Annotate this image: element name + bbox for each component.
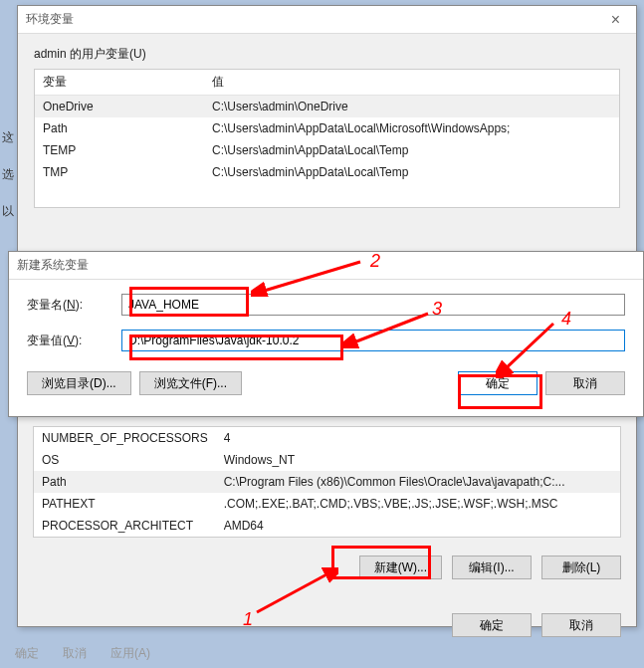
user-vars-label: admin 的用户变量(U) [34, 46, 620, 63]
new-sysvar-button[interactable]: 新建(W)... [359, 556, 442, 579]
bg-cancel-button[interactable]: 取消 [63, 645, 87, 665]
table-row[interactable]: PathC:\Users\admin\AppData\Local\Microso… [35, 117, 619, 139]
edit-sysvar-button[interactable]: 编辑(I)... [452, 556, 532, 579]
table-row[interactable]: TEMPC:\Users\admin\AppData\Local\Temp [35, 139, 619, 161]
env-dialog-titlebar: 环境变量 × [18, 6, 636, 34]
env-ok-button[interactable]: 确定 [452, 613, 532, 637]
table-row[interactable]: PROCESSOR_ARCHITECTAMD64 [34, 515, 620, 537]
table-row[interactable]: PATHEXT.COM;.EXE;.BAT;.CMD;.VBS;.VBE;.JS… [34, 493, 620, 515]
col-header-var[interactable]: 变量 [35, 70, 204, 96]
user-vars-table-wrap: 变量 值 OneDriveC:\Users\admin\OneDrive Pat… [34, 69, 620, 208]
var-name-input[interactable] [121, 294, 625, 316]
user-vars-group: admin 的用户变量(U) 变量 值 OneDriveC:\Users\adm… [34, 46, 620, 208]
var-name-row: 变量名(N): [27, 294, 625, 316]
env-dialog-buttons: 确定 取消 [33, 613, 621, 637]
table-row[interactable]: OSWindows_NT [34, 449, 620, 471]
var-value-row: 变量值(V): [27, 330, 625, 351]
background-text: 这 选 以 [0, 129, 15, 240]
table-row[interactable]: OneDriveC:\Users\admin\OneDrive [35, 96, 619, 118]
newvar-ok-button[interactable]: 确定 [458, 371, 537, 395]
user-vars-table[interactable]: 变量 值 OneDriveC:\Users\admin\OneDrive Pat… [35, 70, 619, 183]
browse-file-button[interactable]: 浏览文件(F)... [139, 371, 242, 395]
new-sysvar-dialog: 新建系统变量 变量名(N): 变量值(V): 浏览目录(D)... 浏览文件(F… [8, 251, 644, 417]
delete-sysvar-button[interactable]: 删除(L) [541, 556, 621, 579]
bg-ok-button[interactable]: 确定 [15, 645, 39, 665]
env-cancel-button[interactable]: 取消 [541, 613, 621, 637]
var-value-label: 变量值(V): [27, 333, 121, 349]
close-icon[interactable]: × [603, 11, 628, 29]
newvar-title: 新建系统变量 [17, 257, 89, 274]
env-dialog-title: 环境变量 [26, 11, 74, 28]
background-bottom-buttons: 确定 取消 应用(A) [3, 645, 242, 665]
browse-dir-button[interactable]: 浏览目录(D)... [27, 371, 131, 395]
table-row[interactable]: TMPC:\Users\admin\AppData\Local\Temp [35, 161, 619, 183]
sys-vars-table-wrap: NUMBER_OF_PROCESSORS4 OSWindows_NT PathC… [33, 426, 621, 538]
bg-apply-button[interactable]: 应用(A) [110, 645, 150, 665]
var-value-input[interactable] [121, 330, 625, 351]
sys-vars-table[interactable]: NUMBER_OF_PROCESSORS4 OSWindows_NT PathC… [34, 427, 620, 537]
table-row[interactable]: NUMBER_OF_PROCESSORS4 [34, 427, 620, 449]
var-name-label: 变量名(N): [27, 297, 121, 314]
table-row[interactable]: PathC:\Program Files (x86)\Common Files\… [34, 471, 620, 493]
newvar-titlebar: 新建系统变量 [9, 252, 643, 280]
newvar-buttons: 浏览目录(D)... 浏览文件(F)... 确定 取消 [27, 371, 625, 395]
newvar-cancel-button[interactable]: 取消 [545, 371, 625, 395]
sys-vars-buttons: 新建(W)... 编辑(I)... 删除(L) [33, 556, 621, 579]
col-header-val[interactable]: 值 [204, 70, 619, 96]
